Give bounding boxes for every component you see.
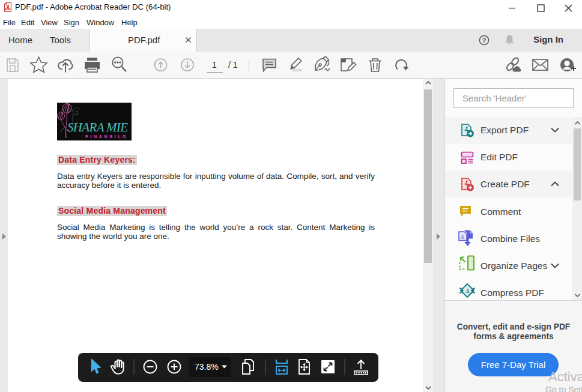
- svg-text:SHARA MIE: SHARA MIE: [67, 120, 128, 134]
- svg-text:PINANSILO: PINANSILO: [85, 134, 128, 139]
- svg-text:?: ?: [482, 37, 487, 44]
- svg-text:73.8%: 73.8%: [195, 362, 219, 372]
- svg-text:/ 1: / 1: [228, 60, 238, 70]
- svg-text:1: 1: [212, 60, 217, 70]
